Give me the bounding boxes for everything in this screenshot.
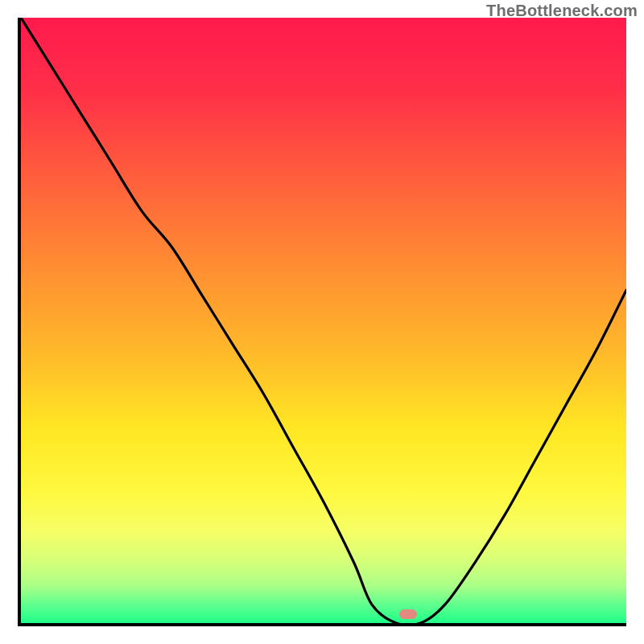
plot-area <box>18 18 626 626</box>
optimal-marker <box>399 609 417 619</box>
bottleneck-curve <box>21 18 626 623</box>
bottleneck-chart: TheBottleneck.com <box>0 0 644 644</box>
